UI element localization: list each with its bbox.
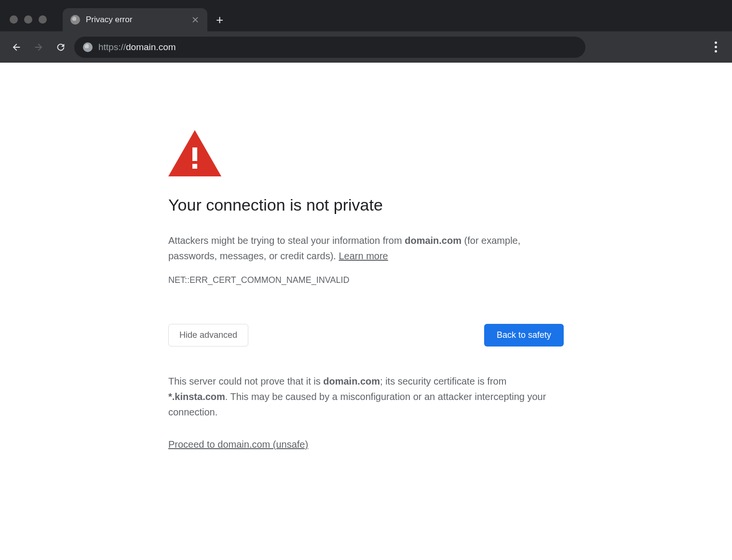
hide-advanced-button[interactable]: Hide advanced: [168, 324, 248, 347]
proceed-unsafe-link[interactable]: Proceed to domain.com (unsafe): [168, 439, 308, 450]
advanced-explanation: This server could not prove that it is d…: [168, 373, 564, 420]
url-host: domain.com: [126, 42, 176, 52]
back-button[interactable]: [8, 39, 25, 56]
back-to-safety-button[interactable]: Back to safety: [484, 324, 564, 347]
url-scheme: https://: [98, 42, 126, 52]
site-info-icon[interactable]: [83, 42, 93, 52]
security-interstitial: Your connection is not private Attackers…: [168, 130, 564, 450]
close-tab-button[interactable]: [191, 15, 200, 24]
reload-button[interactable]: [52, 39, 69, 56]
url-text: https://domain.com: [98, 42, 176, 53]
page-content: Your connection is not private Attackers…: [0, 63, 732, 450]
toolbar: https://domain.com: [0, 31, 732, 63]
cert-from: *.kinsta.com: [168, 391, 225, 402]
kebab-icon: [715, 41, 717, 53]
forward-button[interactable]: [30, 39, 47, 56]
button-row: Hide advanced Back to safety: [168, 324, 564, 347]
advanced-suffix: . This may be caused by a misconfigurati…: [168, 391, 546, 417]
advanced-prefix: This server could not prove that it is: [168, 376, 323, 387]
error-description: Attackers might be trying to steal your …: [168, 233, 564, 264]
error-code: NET::ERR_CERT_COMMON_NAME_INVALID: [168, 275, 564, 285]
browser-chrome: Privacy error + https://domain.com: [0, 0, 732, 63]
advanced-mid: ; its security certificate is from: [380, 376, 506, 387]
warning-triangle-icon: [168, 130, 564, 176]
new-tab-button[interactable]: +: [216, 8, 223, 31]
learn-more-link[interactable]: Learn more: [339, 251, 388, 261]
globe-icon: [70, 15, 80, 25]
tab-title: Privacy error: [86, 15, 185, 25]
window-controls: [10, 15, 47, 24]
warning-text-prefix: Attackers might be trying to steal your …: [168, 235, 405, 246]
advanced-domain: domain.com: [323, 376, 380, 387]
maximize-window-button[interactable]: [39, 15, 47, 24]
browser-menu-button[interactable]: [707, 39, 724, 56]
browser-tab[interactable]: Privacy error: [63, 8, 207, 31]
warning-domain: domain.com: [405, 235, 461, 246]
error-heading: Your connection is not private: [168, 196, 564, 214]
tab-bar: Privacy error +: [63, 6, 223, 31]
svg-rect-1: [192, 147, 197, 161]
svg-rect-2: [192, 164, 197, 169]
minimize-window-button[interactable]: [24, 15, 32, 24]
address-bar[interactable]: https://domain.com: [74, 37, 585, 58]
close-window-button[interactable]: [10, 15, 18, 24]
